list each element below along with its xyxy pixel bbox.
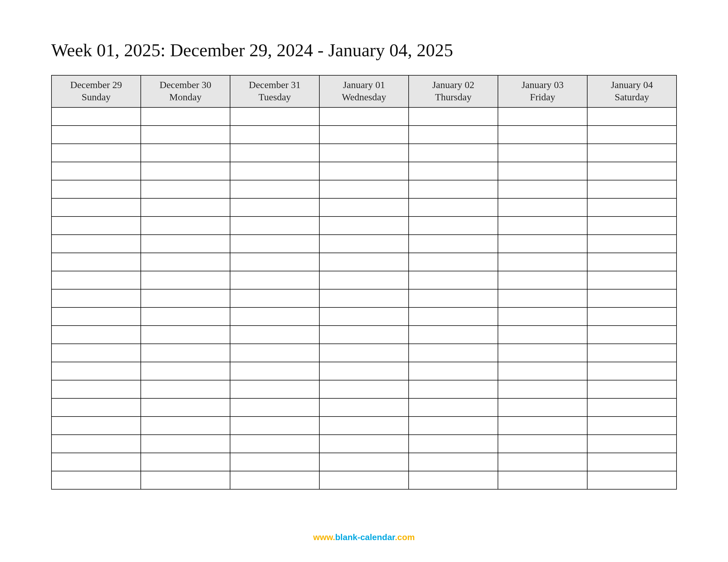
- calendar-cell[interactable]: [498, 253, 587, 271]
- calendar-cell[interactable]: [587, 416, 677, 435]
- calendar-cell[interactable]: [409, 253, 498, 271]
- calendar-cell[interactable]: [587, 344, 677, 362]
- calendar-cell[interactable]: [498, 398, 587, 416]
- calendar-cell[interactable]: [409, 180, 498, 198]
- calendar-cell[interactable]: [498, 198, 587, 217]
- calendar-cell[interactable]: [319, 144, 409, 162]
- calendar-cell[interactable]: [319, 435, 409, 453]
- calendar-cell[interactable]: [587, 471, 677, 489]
- calendar-cell[interactable]: [230, 325, 319, 344]
- calendar-cell[interactable]: [587, 198, 677, 217]
- calendar-cell[interactable]: [319, 198, 409, 217]
- calendar-cell[interactable]: [498, 344, 587, 362]
- calendar-cell[interactable]: [587, 180, 677, 198]
- calendar-cell[interactable]: [498, 362, 587, 380]
- calendar-cell[interactable]: [230, 416, 319, 435]
- calendar-cell[interactable]: [141, 416, 230, 435]
- calendar-cell[interactable]: [141, 180, 230, 198]
- calendar-cell[interactable]: [409, 471, 498, 489]
- calendar-cell[interactable]: [141, 217, 230, 235]
- calendar-cell[interactable]: [319, 235, 409, 253]
- calendar-cell[interactable]: [319, 289, 409, 307]
- calendar-cell[interactable]: [319, 344, 409, 362]
- calendar-cell[interactable]: [319, 253, 409, 271]
- calendar-cell[interactable]: [587, 307, 677, 325]
- calendar-cell[interactable]: [51, 362, 141, 380]
- calendar-cell[interactable]: [498, 380, 587, 398]
- calendar-cell[interactable]: [498, 453, 587, 471]
- calendar-cell[interactable]: [230, 435, 319, 453]
- calendar-cell[interactable]: [230, 398, 319, 416]
- calendar-cell[interactable]: [141, 471, 230, 489]
- calendar-cell[interactable]: [587, 453, 677, 471]
- calendar-cell[interactable]: [409, 289, 498, 307]
- calendar-cell[interactable]: [319, 107, 409, 126]
- calendar-cell[interactable]: [51, 435, 141, 453]
- calendar-cell[interactable]: [141, 307, 230, 325]
- calendar-cell[interactable]: [141, 380, 230, 398]
- calendar-cell[interactable]: [587, 289, 677, 307]
- calendar-cell[interactable]: [230, 253, 319, 271]
- calendar-cell[interactable]: [587, 107, 677, 126]
- calendar-cell[interactable]: [230, 289, 319, 307]
- calendar-cell[interactable]: [141, 325, 230, 344]
- calendar-cell[interactable]: [587, 162, 677, 180]
- calendar-cell[interactable]: [498, 217, 587, 235]
- calendar-cell[interactable]: [230, 144, 319, 162]
- calendar-cell[interactable]: [587, 380, 677, 398]
- calendar-cell[interactable]: [409, 235, 498, 253]
- calendar-cell[interactable]: [141, 453, 230, 471]
- calendar-cell[interactable]: [141, 344, 230, 362]
- calendar-cell[interactable]: [230, 162, 319, 180]
- calendar-cell[interactable]: [498, 180, 587, 198]
- calendar-cell[interactable]: [51, 107, 141, 126]
- calendar-cell[interactable]: [319, 217, 409, 235]
- calendar-cell[interactable]: [409, 217, 498, 235]
- calendar-cell[interactable]: [230, 271, 319, 289]
- calendar-cell[interactable]: [587, 253, 677, 271]
- calendar-cell[interactable]: [319, 453, 409, 471]
- calendar-cell[interactable]: [230, 471, 319, 489]
- calendar-cell[interactable]: [498, 289, 587, 307]
- calendar-cell[interactable]: [587, 398, 677, 416]
- calendar-cell[interactable]: [51, 307, 141, 325]
- calendar-cell[interactable]: [498, 126, 587, 144]
- calendar-cell[interactable]: [409, 271, 498, 289]
- calendar-cell[interactable]: [51, 271, 141, 289]
- calendar-cell[interactable]: [498, 162, 587, 180]
- calendar-cell[interactable]: [409, 435, 498, 453]
- calendar-cell[interactable]: [498, 235, 587, 253]
- calendar-cell[interactable]: [141, 271, 230, 289]
- calendar-cell[interactable]: [319, 380, 409, 398]
- calendar-cell[interactable]: [409, 198, 498, 217]
- calendar-cell[interactable]: [51, 398, 141, 416]
- calendar-cell[interactable]: [230, 217, 319, 235]
- calendar-cell[interactable]: [230, 307, 319, 325]
- calendar-cell[interactable]: [230, 107, 319, 126]
- calendar-cell[interactable]: [498, 435, 587, 453]
- calendar-cell[interactable]: [51, 144, 141, 162]
- calendar-cell[interactable]: [230, 235, 319, 253]
- calendar-cell[interactable]: [587, 217, 677, 235]
- calendar-cell[interactable]: [141, 126, 230, 144]
- calendar-cell[interactable]: [409, 107, 498, 126]
- calendar-cell[interactable]: [409, 362, 498, 380]
- calendar-cell[interactable]: [230, 180, 319, 198]
- calendar-cell[interactable]: [51, 416, 141, 435]
- calendar-cell[interactable]: [51, 180, 141, 198]
- calendar-cell[interactable]: [319, 471, 409, 489]
- calendar-cell[interactable]: [51, 471, 141, 489]
- calendar-cell[interactable]: [498, 271, 587, 289]
- calendar-cell[interactable]: [51, 289, 141, 307]
- calendar-cell[interactable]: [51, 253, 141, 271]
- calendar-cell[interactable]: [51, 162, 141, 180]
- calendar-cell[interactable]: [141, 435, 230, 453]
- calendar-cell[interactable]: [51, 325, 141, 344]
- calendar-cell[interactable]: [230, 126, 319, 144]
- calendar-cell[interactable]: [319, 416, 409, 435]
- calendar-cell[interactable]: [587, 235, 677, 253]
- calendar-cell[interactable]: [587, 271, 677, 289]
- calendar-cell[interactable]: [141, 162, 230, 180]
- calendar-cell[interactable]: [409, 398, 498, 416]
- calendar-cell[interactable]: [409, 162, 498, 180]
